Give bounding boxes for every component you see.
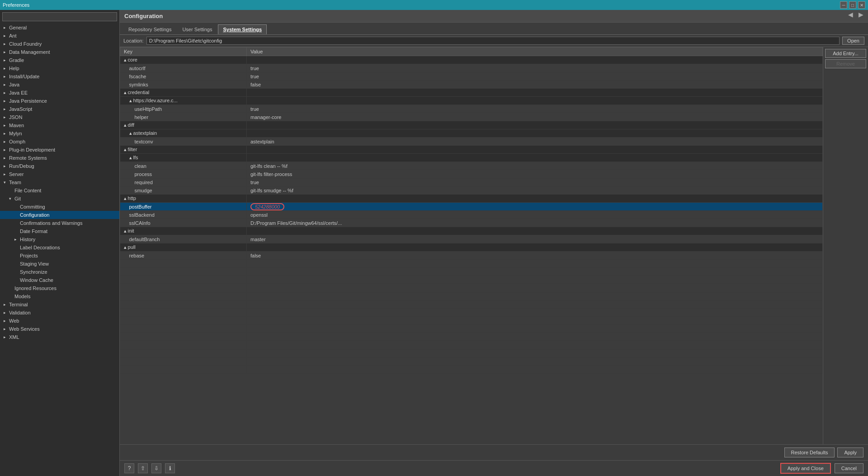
table-row[interactable] bbox=[120, 366, 823, 374]
forward-arrow[interactable]: ▶ bbox=[857, 10, 865, 19]
tab-systemSettings[interactable]: System Settings bbox=[218, 24, 267, 34]
sidebar-item-mylyn[interactable]: ▸Mylyn bbox=[0, 129, 119, 138]
sidebar-item-terminal[interactable]: ▸Terminal bbox=[0, 300, 119, 309]
sidebar-item-cloudFoundry[interactable]: ▸Cloud Foundry bbox=[0, 40, 119, 48]
sidebar-item-general[interactable]: ▸General bbox=[0, 24, 119, 32]
table-row[interactable]: ▴ lfs bbox=[120, 154, 823, 162]
tab-userSettings[interactable]: User Settings bbox=[177, 24, 217, 34]
sidebar-item-java[interactable]: ▸Java bbox=[0, 81, 119, 89]
sidebar-item-stagingView[interactable]: Staging View bbox=[0, 260, 119, 268]
table-row[interactable] bbox=[120, 325, 823, 333]
table-row[interactable]: symlinksfalse bbox=[120, 81, 823, 89]
sidebar-item-web[interactable]: ▸Web bbox=[0, 317, 119, 325]
table-row[interactable]: ▴ https://dev.azure.c... bbox=[120, 97, 823, 105]
sidebar-item-javaScript[interactable]: ▸JavaScript bbox=[0, 105, 119, 113]
sidebar-search-input[interactable] bbox=[2, 12, 117, 21]
apply-button[interactable]: Apply bbox=[837, 447, 863, 457]
sidebar-item-fileContent[interactable]: File Content bbox=[0, 186, 119, 195]
sidebar-item-committing[interactable]: Committing bbox=[0, 203, 119, 211]
table-row[interactable]: requiredtrue bbox=[120, 178, 823, 186]
table-row[interactable]: ▴ filter bbox=[120, 146, 823, 154]
sidebar-item-gradle[interactable]: ▸Gradle bbox=[0, 56, 119, 64]
sidebar-item-javaEE[interactable]: ▸Java EE bbox=[0, 89, 119, 97]
export-button[interactable]: ⇧ bbox=[138, 463, 148, 473]
sidebar-item-windowCache[interactable]: Window Cache bbox=[0, 276, 119, 284]
sidebar-item-configuration[interactable]: Configuration bbox=[0, 211, 119, 219]
maximize-button[interactable]: □ bbox=[849, 1, 856, 9]
table-row[interactable] bbox=[120, 284, 823, 292]
table-row[interactable] bbox=[120, 300, 823, 309]
sidebar-item-history[interactable]: ▸History bbox=[0, 235, 119, 243]
table-row[interactable]: cleangit-lfs clean -- %f bbox=[120, 162, 823, 170]
table-row[interactable]: smudgegit-lfs smudge -- %f bbox=[120, 186, 823, 195]
info-button[interactable]: ℹ bbox=[165, 463, 175, 473]
sidebar-item-installUpdate[interactable]: ▸Install/Update bbox=[0, 72, 119, 81]
table-row[interactable]: ▴ http bbox=[120, 195, 823, 203]
table-row[interactable] bbox=[120, 268, 823, 276]
table-row[interactable]: ▴ pull bbox=[120, 243, 823, 252]
sidebar-item-remoteSystems[interactable]: ▸Remote Systems bbox=[0, 154, 119, 162]
table-row[interactable]: rebasefalse bbox=[120, 252, 823, 260]
open-button[interactable]: Open bbox=[842, 37, 864, 45]
table-row[interactable] bbox=[120, 349, 823, 357]
table-row[interactable]: defaultBranchmaster bbox=[120, 235, 823, 243]
back-arrow[interactable]: ◀ bbox=[846, 10, 855, 19]
sidebar-item-javaPersistence[interactable]: ▸Java Persistence bbox=[0, 97, 119, 105]
table-row[interactable] bbox=[120, 317, 823, 325]
sidebar-item-webServices[interactable]: ▸Web Services bbox=[0, 325, 119, 333]
table-row[interactable] bbox=[120, 357, 823, 366]
table-row[interactable]: textconvastextplain bbox=[120, 138, 823, 146]
sidebar-item-runDebug[interactable]: ▸Run/Debug bbox=[0, 162, 119, 170]
table-row[interactable] bbox=[120, 333, 823, 341]
table-row[interactable]: ▴ credential bbox=[120, 89, 823, 97]
location-input[interactable] bbox=[146, 37, 840, 45]
add-entry-button[interactable]: Add Entry... bbox=[825, 49, 866, 58]
sidebar-item-xml[interactable]: ▸XML bbox=[0, 333, 119, 341]
table-row[interactable]: useHttpPathtrue bbox=[120, 105, 823, 113]
sidebar-item-ignoredResources[interactable]: Ignored Resources bbox=[0, 284, 119, 292]
sidebar-item-ant[interactable]: ▸Ant bbox=[0, 32, 119, 40]
close-button[interactable]: ✕ bbox=[858, 1, 865, 9]
table-row[interactable] bbox=[120, 309, 823, 317]
remove-button[interactable]: Remove bbox=[825, 59, 866, 68]
apply-and-close-button[interactable]: Apply and Close bbox=[780, 463, 831, 474]
table-row[interactable]: processgit-lfs filter-process bbox=[120, 170, 823, 178]
cancel-button[interactable]: Cancel bbox=[835, 463, 863, 473]
table-row[interactable] bbox=[120, 260, 823, 268]
sidebar-item-git[interactable]: ▾Git bbox=[0, 195, 119, 203]
sidebar-item-dateFormat[interactable]: Date Format bbox=[0, 227, 119, 235]
table-row[interactable]: ▴ init bbox=[120, 227, 823, 235]
table-row[interactable]: autocrlftrue bbox=[120, 64, 823, 72]
minimize-button[interactable]: ─ bbox=[840, 1, 847, 9]
table-row[interactable] bbox=[120, 341, 823, 349]
tab-repositorySettings[interactable]: Repository Settings bbox=[123, 24, 176, 34]
sidebar-item-confirmationsWarnings[interactable]: Confirmations and Warnings bbox=[0, 219, 119, 227]
config-table-container[interactable]: Key Value ▴ coreautocrlftruefscachetrues… bbox=[120, 47, 823, 444]
table-row[interactable]: ▴ core bbox=[120, 56, 823, 64]
restore-defaults-button[interactable]: Restore Defaults bbox=[784, 447, 835, 457]
table-row[interactable]: ▴ astextplain bbox=[120, 129, 823, 138]
sidebar-item-oomph[interactable]: ▸Oomph bbox=[0, 138, 119, 146]
table-row[interactable]: postBuffer524288000 bbox=[120, 203, 823, 211]
sidebar-item-labelDecorations[interactable]: Label Decorations bbox=[0, 243, 119, 252]
table-row[interactable] bbox=[120, 276, 823, 284]
table-row[interactable]: ▴ diff bbox=[120, 121, 823, 129]
sidebar-item-validation[interactable]: ▸Validation bbox=[0, 309, 119, 317]
sidebar-item-server[interactable]: ▸Server bbox=[0, 170, 119, 178]
sidebar-item-pluginDev[interactable]: ▸Plug-in Development bbox=[0, 146, 119, 154]
table-row[interactable] bbox=[120, 292, 823, 300]
sidebar-item-projects[interactable]: Projects bbox=[0, 252, 119, 260]
table-row[interactable]: sslCAInfoD:/Program Files/Git/mingw64/ss… bbox=[120, 219, 823, 227]
sidebar-item-help[interactable]: ▸Help bbox=[0, 64, 119, 72]
sidebar-item-json[interactable]: ▸JSON bbox=[0, 113, 119, 121]
sidebar-item-maven[interactable]: ▸Maven bbox=[0, 121, 119, 129]
sidebar-item-dataManagement[interactable]: ▸Data Management bbox=[0, 48, 119, 56]
table-row[interactable]: helpermanager-core bbox=[120, 113, 823, 121]
table-row[interactable]: sslBackendopenssl bbox=[120, 211, 823, 219]
sidebar-item-team[interactable]: ▾Team bbox=[0, 178, 119, 186]
sidebar-item-synchronize[interactable]: Synchronize bbox=[0, 268, 119, 276]
sidebar-item-models[interactable]: Models bbox=[0, 292, 119, 300]
import-button[interactable]: ⇩ bbox=[151, 463, 161, 473]
table-row[interactable]: fscachetrue bbox=[120, 72, 823, 81]
help-button[interactable]: ? bbox=[124, 463, 134, 473]
